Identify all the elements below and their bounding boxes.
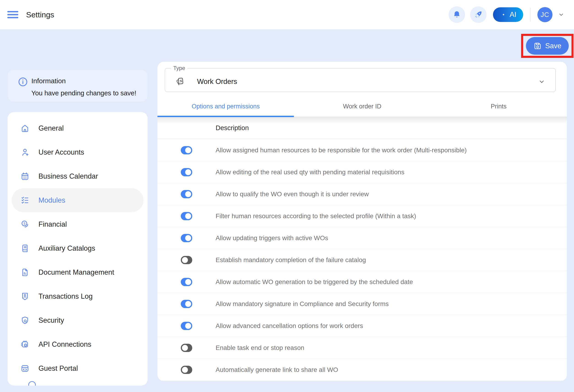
table-row: Allow mandatory signature in Compliance … [158, 293, 567, 315]
permission-description: Enable task end or stop reason [216, 344, 304, 352]
sidebar-item-label: User Accounts [39, 148, 84, 157]
sidebar-item-partial [27, 380, 37, 386]
toggle-switch[interactable] [181, 190, 192, 198]
sidebar-item-modules[interactable]: Modules [12, 188, 144, 212]
table-row: Allow updating triggers with active WOs [158, 227, 567, 249]
table-row: Automatically generate link to share all… [158, 359, 567, 381]
shield-icon [20, 316, 30, 325]
sidebar-item-label: Business Calendar [39, 172, 98, 180]
table-row: Allow automatic WO generation to be trig… [158, 271, 567, 293]
circle-icon [27, 380, 37, 386]
topbar: Settings ✦ AI JC [0, 0, 574, 29]
sidebar-item-label: Security [39, 316, 64, 325]
checklist-icon [20, 196, 30, 205]
permissions-table: Allow assigned human resources to be res… [158, 139, 567, 381]
ai-assistant-button[interactable]: ✦ AI [493, 7, 523, 22]
chevron-down-icon [538, 78, 545, 85]
tab-prints[interactable]: Prints [430, 96, 567, 117]
table-row: Allow editing of the real used qty with … [158, 161, 567, 183]
sidebar-item-guest-portal[interactable]: Guest Portal [8, 356, 148, 380]
avatar[interactable]: JC [537, 7, 553, 22]
module-tabs: Options and permissions Work order ID Pr… [158, 96, 567, 117]
tab-options-and-permissions[interactable]: Options and permissions [158, 96, 294, 117]
info-title: Information [31, 77, 66, 85]
permission-description: Allow advanced cancellation options for … [216, 322, 363, 330]
work-order-icon [175, 76, 185, 87]
sidebar-item-document-management[interactable]: Document Management [8, 260, 148, 284]
whats-new-button[interactable] [470, 6, 487, 23]
toggle-switch[interactable] [181, 366, 192, 374]
settings-sidebar: General User Accounts Business Calendar … [8, 112, 148, 386]
sidebar-item-label: Financial [39, 220, 67, 229]
portal-icon [20, 364, 30, 373]
calendar-icon [20, 172, 30, 181]
table-header: Description [158, 117, 567, 139]
sidebar-item-general[interactable]: General [8, 116, 148, 140]
sidebar-item-user-accounts[interactable]: User Accounts [8, 140, 148, 164]
save-label: Save [545, 42, 561, 50]
info-icon [18, 77, 28, 87]
permission-description: Allow to qualify the WO even though it i… [216, 191, 369, 198]
sidebar-item-financial[interactable]: Financial [8, 212, 148, 236]
user-plus-icon [20, 148, 30, 157]
table-row: Establish mandatory completion of the fa… [158, 249, 567, 271]
floppy-disk-icon [533, 42, 542, 50]
info-message: You have pending changes to save! [31, 89, 136, 97]
toggle-switch[interactable] [181, 256, 192, 264]
type-select-value: Work Orders [197, 78, 237, 86]
toggle-switch[interactable] [181, 278, 192, 286]
dollar-icon [20, 219, 30, 229]
hamburger-menu-icon[interactable] [7, 9, 18, 20]
type-select[interactable]: Type Work Orders [165, 65, 556, 92]
rocket-icon [473, 10, 483, 20]
sidebar-item-label: Modules [39, 196, 65, 204]
table-row: Enable task end or stop reason [158, 337, 567, 359]
table-row: Filter human resources according to the … [158, 205, 567, 227]
save-annotation-highlight: Save [521, 34, 574, 58]
sidebar-item-security[interactable]: Security [8, 308, 148, 332]
sidebar-item-label: General [39, 124, 64, 132]
sidebar-item-label: Guest Portal [39, 364, 78, 372]
toggle-switch[interactable] [181, 146, 192, 154]
catalog-icon [20, 244, 30, 253]
sidebar-item-label: API Connections [39, 340, 91, 349]
toggle-switch[interactable] [181, 234, 192, 242]
bell-icon [452, 10, 461, 19]
description-column-header: Description [216, 124, 249, 132]
sidebar-item-label: Auxiliary Catalogs [39, 244, 95, 253]
permission-description: Establish mandatory completion of the fa… [216, 256, 366, 264]
table-row: Allow advanced cancellation options for … [158, 315, 567, 337]
table-row: Allow assigned human resources to be res… [158, 139, 567, 161]
chevron-down-icon[interactable] [558, 11, 564, 18]
sidebar-item-transactions-log[interactable]: Transactions Log [8, 284, 148, 308]
home-icon [20, 123, 30, 133]
toggle-switch[interactable] [181, 300, 192, 308]
permission-description: Allow updating triggers with active WOs [216, 235, 328, 242]
topbar-actions: ✦ AI JC [449, 0, 564, 29]
document-icon [20, 268, 30, 277]
type-select-label: Type [171, 65, 187, 71]
permission-description: Allow editing of the real used qty with … [216, 169, 404, 176]
toggle-switch[interactable] [181, 322, 192, 330]
sidebar-item-auxiliary-catalogs[interactable]: Auxiliary Catalogs [8, 236, 148, 260]
topbar-divider [530, 8, 531, 21]
avatar-initials: JC [541, 11, 549, 19]
chip-gear-icon [20, 340, 30, 349]
permission-description: Allow automatic WO generation to be trig… [216, 278, 413, 286]
toggle-switch[interactable] [181, 168, 192, 176]
pending-changes-banner: Information You have pending changes to … [8, 70, 148, 102]
ai-label: AI [510, 11, 516, 19]
sidebar-item-api-connections[interactable]: API Connections [8, 332, 148, 356]
save-button[interactable]: Save [526, 37, 569, 55]
sidebar-item-label: Document Management [39, 268, 114, 276]
transactions-icon [20, 292, 30, 301]
notifications-button[interactable] [449, 6, 465, 23]
sparkle-icon: ✦ [502, 13, 505, 17]
permission-description: Allow mandatory signature in Compliance … [216, 300, 389, 308]
modules-settings-panel: Type Work Orders Options and permissions… [158, 62, 567, 381]
tab-work-order-id[interactable]: Work order ID [294, 96, 430, 117]
sidebar-item-business-calendar[interactable]: Business Calendar [8, 164, 148, 188]
permission-description: Automatically generate link to share all… [216, 366, 338, 373]
toggle-switch[interactable] [181, 212, 192, 220]
toggle-switch[interactable] [181, 344, 192, 352]
